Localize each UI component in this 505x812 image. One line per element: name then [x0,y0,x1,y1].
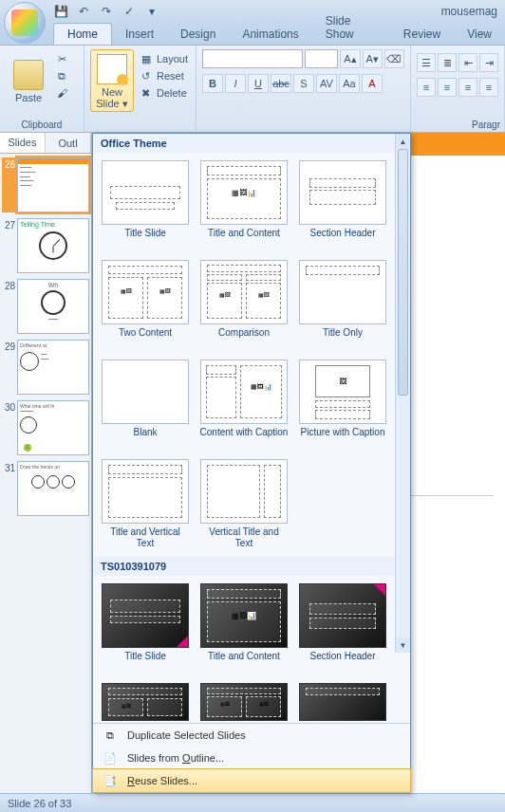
copy-icon: ⧉ [55,69,68,83]
format-painter-button[interactable]: 🖌 [53,85,70,101]
clipboard-icon [13,60,44,90]
tab-outline[interactable]: Outl [46,133,91,153]
increase-indent-button[interactable]: ⇥ [479,53,498,72]
new-slide-icon [97,54,127,84]
tab-review[interactable]: Review [390,24,454,45]
layout-item-partial[interactable]: ▦🖼 [99,681,192,723]
tab-home[interactable]: Home [53,23,112,45]
layout-two-content[interactable]: ▦🖼▦🖼 Two Content [99,258,192,352]
tab-animations[interactable]: Animations [229,24,311,45]
undo-icon[interactable]: ↶ [76,4,91,19]
qat-dropdown-icon[interactable]: ▾ [144,4,159,19]
change-case-button[interactable]: Aa [339,74,360,93]
ribbon-tabs: Home Insert Design Animations Slide Show… [0,23,505,46]
thumbnail[interactable]: 29 Different w ━━━━━━━ [2,340,89,395]
gallery-scrollbar[interactable]: ▲ ▼ [395,134,410,653]
status-bar: Slide 26 of 33 [0,793,505,812]
layout-button[interactable]: ▦Layout [138,51,190,66]
copy-button[interactable]: ⧉ [53,68,70,83]
group-label-clipboard: Clipboard [0,120,84,130]
layout-item-partial[interactable]: ▦🖼▦🖼 [197,681,290,723]
thumbnail[interactable]: 31 Draw the hands on [2,461,89,516]
duplicate-slides-item[interactable]: ⧉ Duplicate Selected Slides [93,724,410,747]
justify-button[interactable]: ≡ [479,78,498,97]
reuse-icon: 📑 [101,773,120,788]
redo-icon[interactable]: ↷ [99,4,114,19]
reset-icon: ↺ [140,69,153,83]
slides-panel-tabs: Slides Outl [0,133,91,154]
shrink-font-button[interactable]: A▾ [363,49,383,68]
tab-view[interactable]: View [454,24,505,45]
thumbnail-image: Wh ━━━━━ [17,279,89,334]
scroll-down-icon[interactable]: ▼ [396,637,410,653]
layout-picture-caption[interactable]: 🖼 Picture with Caption [296,358,389,452]
workspace: Slides Outl 26 ━━━━━━━━━━━━━━━━━━━━━━━━━… [0,133,505,793]
thumbnail-image: Different w ━━━━━━━ [17,340,89,395]
save-icon[interactable]: 💾 [53,4,68,19]
italic-button[interactable]: I [225,74,246,93]
cut-button[interactable]: ✂ [53,51,70,66]
align-left-button[interactable]: ≡ [417,78,436,97]
thumbnail[interactable]: 27 Telling Time [2,218,89,273]
tab-insert[interactable]: Insert [112,24,167,45]
group-paragraph: ☰ ≣ ⇤ ⇥ ≡ ≡ ≡ ≡ Paragr [411,46,505,132]
layout-item-partial[interactable] [296,681,389,723]
office-button[interactable] [4,2,46,44]
layout-blank[interactable]: Blank [99,358,192,452]
group-font: A▴ A▾ ⌫ B I U abc S AV Aa A [196,46,411,132]
layout-section-header-dark[interactable]: Section Header [296,581,389,675]
tab-slideshow[interactable]: Slide Show [312,10,390,45]
gallery-menu: ⧉ Duplicate Selected Slides 📄 Slides fro… [93,723,410,792]
bold-button[interactable]: B [202,74,223,93]
layout-section-header[interactable]: Section Header [296,158,389,252]
group-slides: New Slide ▾ ▦Layout ↺Reset ✖Delete [84,46,196,132]
layout-icon: ▦ [140,52,153,65]
char-spacing-button[interactable]: AV [316,74,337,93]
paste-button[interactable]: Paste [6,49,51,112]
layout-content-caption[interactable]: ▦🖼📊 Content with Caption [197,358,290,452]
layout-vertical-title-text[interactable]: Vertical Title and Text [197,457,290,551]
clear-format-button[interactable]: ⌫ [384,49,404,68]
reuse-slides-item[interactable]: 📑 Reuse Slides... [93,769,410,792]
slides-from-outline-item[interactable]: 📄 Slides from Outline... [93,747,410,769]
align-right-button[interactable]: ≡ [458,78,477,97]
gallery-grid-office: Title Slide ▦🖼📊 Title and Content Sectio… [93,153,410,557]
new-slide-button[interactable]: New Slide ▾ [90,49,134,112]
office-logo-icon [11,9,38,36]
strike-button[interactable]: abc [271,74,291,93]
thumbnail-image: ━━━━━━━━━━━━━━━━━━━━━━━━━━━━━━━━ [17,157,89,212]
shadow-button[interactable]: S [293,74,314,93]
layout-title-content[interactable]: ▦🖼📊 Title and Content [197,158,290,252]
layout-title-content-dark[interactable]: ▦🖼📊 Title and Content [197,581,290,675]
reset-button[interactable]: ↺Reset [138,68,190,83]
tab-slides-thumb[interactable]: Slides [0,133,46,153]
scissors-icon: ✂ [55,52,68,65]
thumbnail[interactable]: 28 Wh ━━━━━ [2,279,89,334]
decrease-indent-button[interactable]: ⇤ [458,53,477,72]
align-center-button[interactable]: ≡ [438,78,457,97]
layout-title-only[interactable]: Title Only [296,258,389,352]
layout-title-vertical-text[interactable]: Title and Vertical Text [99,457,192,551]
grow-font-button[interactable]: A▴ [340,49,360,68]
font-color-button[interactable]: A [362,74,383,93]
bullets-button[interactable]: ☰ [417,53,436,72]
underline-button[interactable]: U [248,74,269,93]
scroll-thumb[interactable] [398,149,408,396]
spellcheck-icon[interactable]: ✓ [122,4,137,19]
font-size-select[interactable] [305,49,338,68]
layout-title-slide-dark[interactable]: Title Slide [99,581,192,675]
tab-design[interactable]: Design [167,24,229,45]
delete-button[interactable]: ✖Delete [138,85,190,101]
scroll-up-icon[interactable]: ▲ [396,134,410,149]
title-bar: 💾 ↶ ↷ ✓ ▾ mousemag [0,0,505,23]
slides-panel: Slides Outl 26 ━━━━━━━━━━━━━━━━━━━━━━━━━… [0,133,92,793]
font-family-select[interactable] [202,49,303,68]
layout-title-slide[interactable]: Title Slide [99,158,192,252]
gallery-section-header: TS010391079 [93,557,410,576]
thumbnails-list[interactable]: 26 ━━━━━━━━━━━━━━━━━━━━━━━━━━━━━━━━ 27 T… [0,154,91,793]
thumbnail[interactable]: 30 What time will th ━━━━━━━ 1 [2,400,89,455]
layout-comparison[interactable]: ▦🖼▦🖼 Comparison [197,258,290,352]
thumbnail[interactable]: 26 ━━━━━━━━━━━━━━━━━━━━━━━━━━━━━━━━ [2,157,89,212]
numbering-button[interactable]: ≣ [438,53,457,72]
thumbnail-image: Telling Time [17,218,89,273]
